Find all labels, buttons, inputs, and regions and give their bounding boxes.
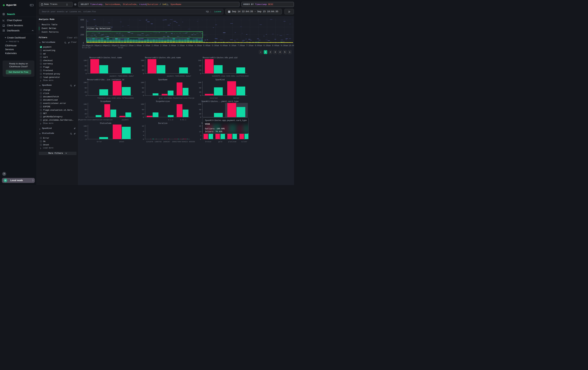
svg-text:ScopeVersion: ScopeVersion <box>156 100 170 103</box>
svg-text:50: 50 <box>142 109 144 111</box>
svg-text:ResourceAttributes.k8s.pod.uid: ResourceAttributes.k8s.pod.uid <box>202 57 237 59</box>
svg-text:10:00am: 10:00am <box>289 45 294 47</box>
svg-text:1141978: 1141978 <box>146 141 153 143</box>
svg-text:9/15: 9/15 <box>118 47 123 49</box>
svg-text:ScopeName: ScopeName <box>100 100 111 103</box>
svg-text:100: 100 <box>141 103 144 105</box>
svg-text:Error: Error <box>97 141 102 143</box>
svg-text:5e02b5fb-13ae-4296-bbbc-111f42: 5e02b5fb-13ae-4296-bbbc-111f423c460d <box>212 75 249 77</box>
svg-text:200027900: 200027900 <box>172 141 181 143</box>
svg-text:SpanAttributes...yment.card_ty: SpanAttributes...yment.card_type <box>201 100 239 103</box>
svg-text:25: 25 <box>199 113 201 115</box>
svg-text:1386792: 1386792 <box>155 141 162 143</box>
svg-text:16: 16 <box>142 125 144 127</box>
svg-text:0: 0 <box>86 116 87 118</box>
svg-text:8: 8 <box>143 131 144 132</box>
svg-text:100: 100 <box>141 60 144 61</box>
svg-text:4:00am: 4:00am <box>186 45 193 47</box>
svg-text:50: 50 <box>84 109 87 111</box>
svg-text:0.1.0: 0.1.0 <box>168 119 173 121</box>
svg-text:@hyperdx/instrumentation-excep: @hyperdx/instrumentation-exception <box>78 119 113 121</box>
svg-text:100: 100 <box>198 103 201 105</box>
svg-text:1:00am: 1:00am <box>134 45 142 47</box>
svg-text:25: 25 <box>199 91 201 93</box>
svg-text:bronze: bronze <box>205 141 211 143</box>
svg-text:7:30am: 7:30am <box>246 45 253 47</box>
svg-text:10:30pm: 10:30pm <box>91 45 99 47</box>
svg-text:ResourceAttributes.host.name: ResourceAttributes.host.name <box>89 57 122 59</box>
svg-text:50: 50 <box>84 87 87 89</box>
svg-text:0: 0 <box>86 95 87 97</box>
svg-text:14: 14 <box>199 131 201 133</box>
svg-text:4: 4 <box>143 134 144 136</box>
svg-text:25: 25 <box>142 113 144 115</box>
svg-text:100: 100 <box>84 125 87 127</box>
svg-text:25: 25 <box>84 91 87 93</box>
svg-text:0: 0 <box>143 95 144 97</box>
svg-text:50: 50 <box>199 87 201 89</box>
svg-text:0: 0 <box>200 95 201 97</box>
svg-text:12:30am: 12:30am <box>125 45 134 47</box>
svg-text:25: 25 <box>84 113 87 115</box>
svg-text:11:30pm: 11:30pm <box>108 45 116 47</box>
svg-text:7:00am: 7:00am <box>238 45 245 47</box>
svg-text:6:00am: 6:00am <box>220 45 228 47</box>
svg-text:10:00pm: 10:00pm <box>82 45 91 47</box>
svg-text:50: 50 <box>142 87 144 89</box>
svg-text:0: 0 <box>200 73 201 75</box>
svg-text:200: 200 <box>80 34 84 36</box>
svg-text:25: 25 <box>84 69 87 71</box>
svg-text:0: 0 <box>143 116 144 118</box>
svg-text:5:00am: 5:00am <box>203 45 210 47</box>
svg-text:9:00am: 9:00am <box>272 45 279 47</box>
svg-text:25: 25 <box>142 69 144 71</box>
svg-text:payment-7985c8969c-mwmw7: payment-7985c8969c-mwmw7 <box>109 75 134 77</box>
svg-text:gold: gold <box>218 141 222 143</box>
svg-text:0: 0 <box>86 138 87 140</box>
svg-text:100: 100 <box>198 60 201 61</box>
svg-text:12:00am: 12:00am <box>116 45 125 47</box>
svg-text:400: 400 <box>80 26 84 29</box>
svg-text:1600267: 1600267 <box>163 141 170 143</box>
svg-text:8:30am: 8:30am <box>263 45 271 47</box>
svg-text:Unset: Unset <box>119 141 124 143</box>
svg-text:SpanKind: SpanKind <box>215 79 225 81</box>
svg-text:2:30am: 2:30am <box>160 45 167 47</box>
svg-text:silver: silver <box>241 141 247 143</box>
svg-text:9:30am: 9:30am <box>281 45 288 47</box>
svg-text:0: 0 <box>143 73 144 75</box>
svg-text:payment-7985c8969c-mwmw7: payment-7985c8969c-mwmw7 <box>167 75 191 77</box>
svg-text:100: 100 <box>141 81 144 83</box>
svg-text:7: 7 <box>200 135 201 137</box>
svg-text:100: 100 <box>84 60 87 61</box>
svg-text:50: 50 <box>84 131 87 132</box>
svg-text:0: 0 <box>143 138 144 140</box>
svg-text:0: 0 <box>86 73 87 75</box>
svg-text:50: 50 <box>142 65 144 67</box>
svg-text:ResourceAttributes.k8s.pod.nam: ResourceAttributes.k8s.pod.name <box>145 57 181 59</box>
svg-text:0: 0 <box>200 116 201 118</box>
svg-text:50: 50 <box>199 65 201 67</box>
svg-text:25: 25 <box>142 91 144 93</box>
svg-text:50: 50 <box>84 65 87 67</box>
svg-text:3:30am: 3:30am <box>177 45 185 47</box>
svg-text:grpc.oteldemo.PaymentService/C: grpc.oteldemo.PaymentService/Charge <box>159 97 195 99</box>
svg-text:600: 600 <box>80 19 84 21</box>
svg-text:4:30am: 4:30am <box>195 45 202 47</box>
svg-text:100: 100 <box>198 81 201 83</box>
svg-text:999356: 999356 <box>189 141 195 143</box>
svg-text:ResourceAttribu..ice.instance.: ResourceAttribu..ice.instance.id <box>87 79 124 81</box>
svg-text:f5344ec9-a1ea-4290-a62a-78f5be: f5344ec9-a1ea-4290-a62a-78f5bee8d90b <box>97 97 134 99</box>
svg-text:Server: Server <box>233 97 239 99</box>
svg-text:100: 100 <box>84 103 87 105</box>
svg-text:9/14/25: 9/14/25 <box>82 47 91 49</box>
svg-text:25: 25 <box>84 135 87 137</box>
svg-text:Duration: Duration <box>158 122 168 125</box>
svg-text:StatusCode: StatusCode <box>100 122 111 125</box>
svg-text:28: 28 <box>199 125 201 127</box>
svg-text:5:30am: 5:30am <box>212 45 219 47</box>
svg-text:SpanName: SpanName <box>158 79 168 81</box>
svg-text:platinum: platinum <box>228 141 236 143</box>
svg-text:8:00am: 8:00am <box>255 45 262 47</box>
svg-text:2:00am: 2:00am <box>151 45 159 47</box>
